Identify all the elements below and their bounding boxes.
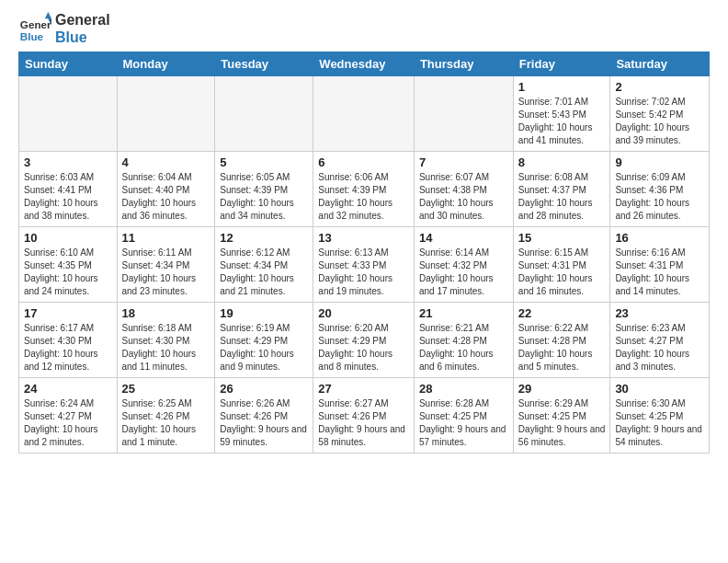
day-number: 21 bbox=[419, 306, 508, 320]
calendar-cell: 29Sunrise: 6:29 AMSunset: 4:25 PMDayligh… bbox=[513, 378, 610, 454]
day-info: Sunrise: 6:10 AMSunset: 4:35 PMDaylight:… bbox=[24, 247, 112, 298]
day-number: 5 bbox=[220, 155, 308, 169]
day-of-week-header: Friday bbox=[513, 52, 610, 76]
day-info: Sunrise: 6:27 AMSunset: 4:26 PMDaylight:… bbox=[318, 397, 409, 449]
day-info: Sunrise: 6:16 AMSunset: 4:31 PMDaylight:… bbox=[615, 247, 704, 298]
day-number: 28 bbox=[419, 382, 508, 396]
day-info: Sunrise: 6:06 AMSunset: 4:39 PMDaylight:… bbox=[318, 171, 409, 223]
calendar-cell: 3Sunrise: 6:03 AMSunset: 4:41 PMDaylight… bbox=[19, 152, 118, 227]
calendar-cell: 10Sunrise: 6:10 AMSunset: 4:35 PMDayligh… bbox=[19, 227, 118, 303]
day-info: Sunrise: 6:20 AMSunset: 4:29 PMDaylight:… bbox=[318, 322, 409, 373]
calendar-cell: 8Sunrise: 6:08 AMSunset: 4:37 PMDaylight… bbox=[513, 152, 610, 227]
logo-icon: General Blue bbox=[18, 12, 51, 45]
day-number: 3 bbox=[24, 155, 112, 169]
day-number: 29 bbox=[518, 382, 606, 396]
day-info: Sunrise: 6:04 AMSunset: 4:40 PMDaylight:… bbox=[122, 171, 210, 223]
day-number: 12 bbox=[220, 231, 308, 245]
calendar-cell: 4Sunrise: 6:04 AMSunset: 4:40 PMDaylight… bbox=[117, 152, 215, 227]
day-info: Sunrise: 7:02 AMSunset: 5:42 PMDaylight:… bbox=[615, 96, 704, 147]
day-info: Sunrise: 6:08 AMSunset: 4:37 PMDaylight:… bbox=[518, 171, 606, 223]
calendar-week-row: 3Sunrise: 6:03 AMSunset: 4:41 PMDaylight… bbox=[19, 152, 710, 227]
day-info: Sunrise: 7:01 AMSunset: 5:43 PMDaylight:… bbox=[518, 96, 606, 147]
day-number: 1 bbox=[518, 80, 606, 94]
day-number: 2 bbox=[615, 80, 704, 94]
calendar-cell: 2Sunrise: 7:02 AMSunset: 5:42 PMDaylight… bbox=[610, 76, 710, 152]
calendar-week-row: 17Sunrise: 6:17 AMSunset: 4:30 PMDayligh… bbox=[19, 303, 710, 378]
calendar-wrapper: SundayMondayTuesdayWednesdayThursdayFrid… bbox=[0, 52, 728, 454]
logo-line2: Blue bbox=[55, 29, 110, 46]
day-of-week-header: Tuesday bbox=[215, 52, 313, 76]
day-number: 22 bbox=[518, 306, 606, 320]
day-number: 18 bbox=[122, 306, 210, 320]
day-info: Sunrise: 6:07 AMSunset: 4:38 PMDaylight:… bbox=[419, 171, 508, 223]
day-of-week-header: Sunday bbox=[19, 52, 118, 76]
day-number: 10 bbox=[24, 231, 112, 245]
day-info: Sunrise: 6:28 AMSunset: 4:25 PMDaylight:… bbox=[419, 397, 508, 449]
calendar-cell: 30Sunrise: 6:30 AMSunset: 4:25 PMDayligh… bbox=[610, 378, 710, 454]
day-of-week-header: Thursday bbox=[414, 52, 513, 76]
calendar-cell: 9Sunrise: 6:09 AMSunset: 4:36 PMDaylight… bbox=[610, 152, 710, 227]
calendar-cell: 19Sunrise: 6:19 AMSunset: 4:29 PMDayligh… bbox=[215, 303, 313, 378]
day-number: 30 bbox=[615, 382, 704, 396]
day-info: Sunrise: 6:22 AMSunset: 4:28 PMDaylight:… bbox=[518, 322, 606, 373]
calendar-cell: 15Sunrise: 6:15 AMSunset: 4:31 PMDayligh… bbox=[513, 227, 610, 303]
day-number: 16 bbox=[615, 231, 704, 245]
calendar-cell: 6Sunrise: 6:06 AMSunset: 4:39 PMDaylight… bbox=[313, 152, 415, 227]
logo: General Blue General Blue bbox=[18, 11, 110, 46]
calendar-table: SundayMondayTuesdayWednesdayThursdayFrid… bbox=[18, 52, 710, 454]
day-number: 19 bbox=[220, 306, 308, 320]
day-info: Sunrise: 6:18 AMSunset: 4:30 PMDaylight:… bbox=[122, 322, 210, 373]
calendar-cell bbox=[215, 76, 313, 152]
day-info: Sunrise: 6:12 AMSunset: 4:34 PMDaylight:… bbox=[220, 247, 308, 298]
calendar-cell: 13Sunrise: 6:13 AMSunset: 4:33 PMDayligh… bbox=[313, 227, 415, 303]
calendar-cell: 25Sunrise: 6:25 AMSunset: 4:26 PMDayligh… bbox=[117, 378, 215, 454]
page-header: General Blue General Blue bbox=[0, 0, 728, 52]
day-number: 24 bbox=[24, 382, 112, 396]
day-number: 23 bbox=[615, 306, 704, 320]
calendar-header-row: SundayMondayTuesdayWednesdayThursdayFrid… bbox=[19, 52, 710, 76]
day-of-week-header: Wednesday bbox=[313, 52, 415, 76]
svg-text:Blue: Blue bbox=[20, 30, 44, 42]
day-number: 6 bbox=[318, 155, 409, 169]
calendar-cell: 17Sunrise: 6:17 AMSunset: 4:30 PMDayligh… bbox=[19, 303, 118, 378]
day-info: Sunrise: 6:19 AMSunset: 4:29 PMDaylight:… bbox=[220, 322, 308, 373]
day-number: 26 bbox=[220, 382, 308, 396]
day-info: Sunrise: 6:13 AMSunset: 4:33 PMDaylight:… bbox=[318, 247, 409, 298]
day-info: Sunrise: 6:21 AMSunset: 4:28 PMDaylight:… bbox=[419, 322, 508, 373]
day-number: 15 bbox=[518, 231, 606, 245]
calendar-week-row: 1Sunrise: 7:01 AMSunset: 5:43 PMDaylight… bbox=[19, 76, 710, 152]
logo-line1: General bbox=[55, 11, 110, 29]
day-number: 8 bbox=[518, 155, 606, 169]
calendar-cell: 12Sunrise: 6:12 AMSunset: 4:34 PMDayligh… bbox=[215, 227, 313, 303]
day-of-week-header: Monday bbox=[117, 52, 215, 76]
day-info: Sunrise: 6:11 AMSunset: 4:34 PMDaylight:… bbox=[122, 247, 210, 298]
day-info: Sunrise: 6:17 AMSunset: 4:30 PMDaylight:… bbox=[24, 322, 112, 373]
calendar-cell: 21Sunrise: 6:21 AMSunset: 4:28 PMDayligh… bbox=[414, 303, 513, 378]
calendar-cell: 26Sunrise: 6:26 AMSunset: 4:26 PMDayligh… bbox=[215, 378, 313, 454]
day-info: Sunrise: 6:15 AMSunset: 4:31 PMDaylight:… bbox=[518, 247, 606, 298]
calendar-cell: 1Sunrise: 7:01 AMSunset: 5:43 PMDaylight… bbox=[513, 76, 610, 152]
calendar-cell bbox=[414, 76, 513, 152]
day-number: 4 bbox=[122, 155, 210, 169]
day-number: 14 bbox=[419, 231, 508, 245]
calendar-cell: 11Sunrise: 6:11 AMSunset: 4:34 PMDayligh… bbox=[117, 227, 215, 303]
day-number: 25 bbox=[122, 382, 210, 396]
calendar-cell: 20Sunrise: 6:20 AMSunset: 4:29 PMDayligh… bbox=[313, 303, 415, 378]
calendar-cell bbox=[117, 76, 215, 152]
calendar-cell: 5Sunrise: 6:05 AMSunset: 4:39 PMDaylight… bbox=[215, 152, 313, 227]
day-info: Sunrise: 6:23 AMSunset: 4:27 PMDaylight:… bbox=[615, 322, 704, 373]
calendar-week-row: 10Sunrise: 6:10 AMSunset: 4:35 PMDayligh… bbox=[19, 227, 710, 303]
calendar-cell: 27Sunrise: 6:27 AMSunset: 4:26 PMDayligh… bbox=[313, 378, 415, 454]
day-info: Sunrise: 6:05 AMSunset: 4:39 PMDaylight:… bbox=[220, 171, 308, 223]
calendar-cell: 23Sunrise: 6:23 AMSunset: 4:27 PMDayligh… bbox=[610, 303, 710, 378]
day-number: 9 bbox=[615, 155, 704, 169]
calendar-cell: 18Sunrise: 6:18 AMSunset: 4:30 PMDayligh… bbox=[117, 303, 215, 378]
calendar-cell: 16Sunrise: 6:16 AMSunset: 4:31 PMDayligh… bbox=[610, 227, 710, 303]
day-info: Sunrise: 6:03 AMSunset: 4:41 PMDaylight:… bbox=[24, 171, 112, 223]
day-info: Sunrise: 6:29 AMSunset: 4:25 PMDaylight:… bbox=[518, 397, 606, 449]
day-number: 11 bbox=[122, 231, 210, 245]
calendar-cell bbox=[19, 76, 118, 152]
calendar-cell bbox=[313, 76, 415, 152]
day-info: Sunrise: 6:25 AMSunset: 4:26 PMDaylight:… bbox=[122, 397, 210, 449]
day-info: Sunrise: 6:26 AMSunset: 4:26 PMDaylight:… bbox=[220, 397, 308, 449]
